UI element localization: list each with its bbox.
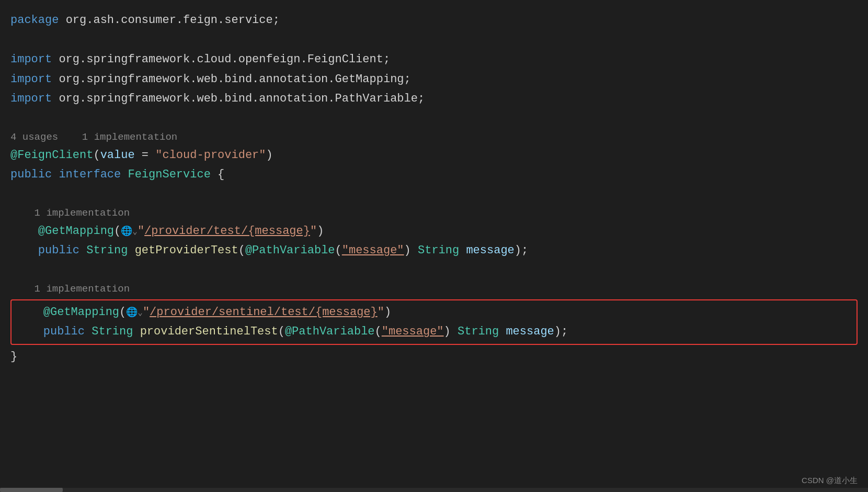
- line-import-1: import org.springframework.cloud.openfei…: [10, 50, 858, 69]
- footer-attribution: CSDN @道小生: [802, 476, 858, 486]
- line-import-2: import org.springframework.web.bind.anno…: [10, 70, 858, 89]
- line-empty-1: [10, 30, 858, 50]
- line-feignclient-annotation: @FeignClient(value = "cloud-provider"): [10, 146, 858, 165]
- line-empty-4: [10, 261, 858, 281]
- line-interface-declaration: public interface FeignService {: [10, 165, 858, 184]
- code-editor: package org.ash.consumer.feign.service; …: [0, 0, 868, 492]
- line-empty-2: [10, 109, 858, 129]
- line-method-2: public String providerSentinelTest(@Path…: [16, 322, 852, 341]
- line-import-3: import org.springframework.web.bind.anno…: [10, 89, 858, 108]
- line-closing-brace: }: [10, 347, 858, 366]
- scrollbar-thumb[interactable]: [0, 488, 63, 492]
- globe-icon-2: 🌐: [126, 305, 138, 321]
- line-impl-meta-1: 1 implementation: [10, 205, 858, 221]
- line-package: package org.ash.consumer.feign.service;: [10, 10, 858, 30]
- highlighted-code-block: @GetMapping(🌐⌄"/provider/sentinel/test/{…: [10, 299, 858, 345]
- line-getmapping-1: @GetMapping(🌐⌄"/provider/test/{message}"…: [10, 221, 858, 241]
- scrollbar-bottom[interactable]: [0, 488, 868, 492]
- line-empty-3: [10, 185, 858, 205]
- line-usages-meta: 4 usages 1 implementation: [10, 129, 858, 146]
- line-impl-meta-2: 1 implementation: [10, 281, 858, 297]
- line-method-1: public String getProviderTest(@PathVaria…: [10, 241, 858, 260]
- globe-icon-1: 🌐: [121, 223, 132, 240]
- line-getmapping-2: @GetMapping(🌐⌄"/provider/sentinel/test/{…: [16, 303, 852, 322]
